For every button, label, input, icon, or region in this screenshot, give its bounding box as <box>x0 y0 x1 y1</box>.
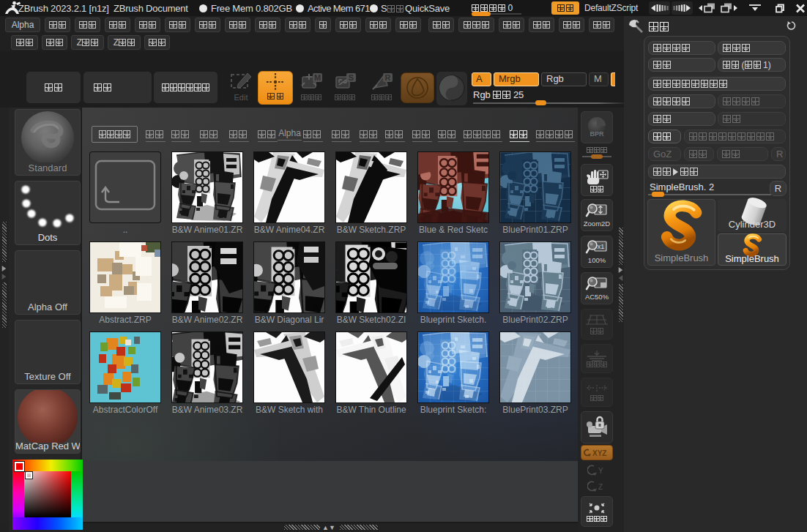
svg-text:BPR: BPR <box>590 130 604 138</box>
svg-text:R: R <box>385 73 391 82</box>
svg-text:x1: x1 <box>598 243 605 250</box>
svg-text:S: S <box>349 73 354 82</box>
svg-text:M: M <box>314 73 321 82</box>
svg-text:Z: Z <box>598 483 603 491</box>
svg-text:XYZ: XYZ <box>592 449 606 457</box>
svg-text:Y: Y <box>598 467 603 475</box>
